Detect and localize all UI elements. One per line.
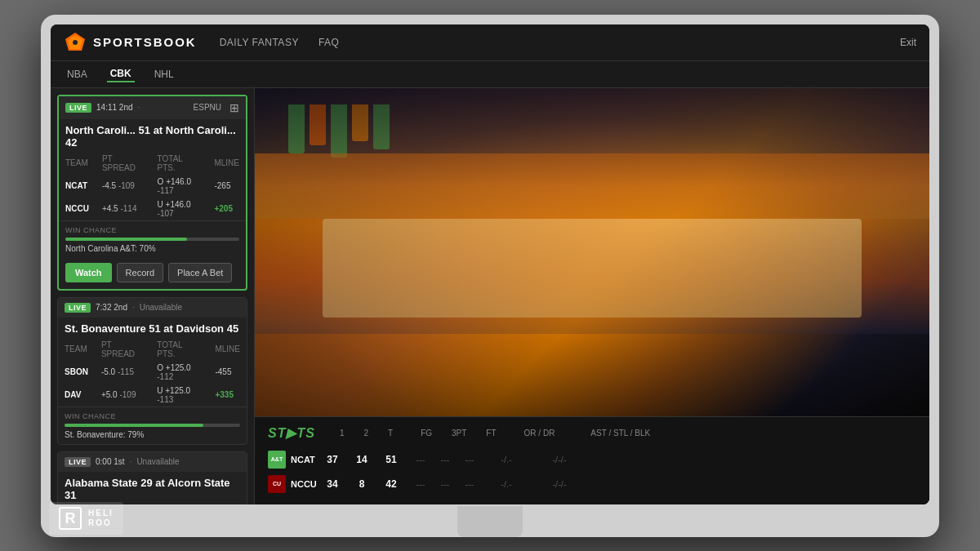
nccu-team-name: NCCU — [291, 479, 323, 489]
game2-time: 7:32 2nd — [96, 303, 127, 312]
record-button[interactable]: Record — [117, 263, 163, 282]
col-team: TEAM — [59, 152, 96, 175]
crowd-overlay — [255, 88, 929, 416]
game3-live-badge: LIVE — [65, 457, 91, 467]
game2-team2-name: DAV — [58, 384, 95, 407]
watermark: R HELIROO — [49, 502, 123, 535]
table-row: SBON -5.0 -115 O +125.0 -112 -455 — [58, 361, 247, 384]
game1-icon: ⊞ — [229, 101, 239, 114]
game2-team2-mline: +335 — [208, 384, 247, 407]
stats-overlay: ST▶TS 1 2 T FG 3PT FT OR / DR AST / STL … — [255, 416, 929, 504]
content-area: ST▶TS 1 2 T FG 3PT FT OR / DR AST / STL … — [255, 88, 929, 504]
ncat-total: 51 — [382, 454, 400, 465]
svg-point-2 — [73, 40, 78, 45]
game1-team2-spread: +4.5 -114 — [96, 198, 151, 220]
game2-team1-name: SBON — [58, 361, 95, 384]
header: SPORTSBOOK DAILY FANTASY FAQ Exit — [51, 24, 929, 61]
stats-row-nccu: CU NCCU 34 8 42 --- --- --- -/.- -/-/- — [268, 472, 916, 496]
stats-col-2: 2 — [363, 429, 368, 438]
game1-title: North Caroli... 51 at North Caroli... 42 — [59, 119, 246, 152]
ncat-ft: --- — [457, 455, 482, 464]
game1-actions: Watch Record Place A Bet — [59, 258, 246, 289]
ncat-ordr: -/.- — [490, 455, 523, 464]
game1-time: 14:11 2nd — [96, 103, 133, 112]
game1-team1-total: O +146.0 -117 — [151, 175, 208, 198]
col-spread: PT SPREAD — [96, 152, 151, 175]
stats-col-ft: FT — [486, 429, 496, 438]
stats-column-headers: 1 2 T FG 3PT FT OR / DR AST / STL / BLK — [340, 429, 650, 438]
ncat-3pt: --- — [433, 455, 457, 464]
game2-progress-fill — [65, 424, 203, 427]
sub-nav-cbk[interactable]: CBK — [107, 66, 135, 82]
nccu-score2: 8 — [353, 478, 371, 490]
game3-header: LIVE 0:00 1st · Unavailable — [58, 452, 247, 472]
arena-background — [255, 88, 929, 416]
game2-sep: · — [132, 303, 135, 312]
stats-col-ordr: OR / DR — [524, 429, 555, 438]
stats-col-t: T — [388, 429, 393, 438]
game1-team1-spread: -4.5 -109 — [96, 175, 151, 198]
sub-nav: NBA CBK NHL — [51, 61, 929, 88]
game3-time: 0:00 1st — [96, 457, 125, 466]
game3-title: Alabama State 29 at Alcorn State 31 — [58, 472, 247, 504]
game1-team2-total: U +146.0 -107 — [151, 198, 208, 220]
g2-col-total: TOTAL PTS. — [150, 338, 208, 361]
game1-win-chance-label: WIN CHANCE — [65, 226, 239, 234]
watch-button[interactable]: Watch — [65, 263, 112, 282]
game2-title: St. Bonaventure 51 at Davidson 45 — [58, 318, 247, 338]
nccu-total: 42 — [382, 478, 400, 490]
game2-team1-total: O +125.0 -112 — [150, 361, 208, 384]
nccu-ordr: -/.- — [490, 479, 523, 489]
game1-team1-name: NCAT — [59, 175, 96, 198]
game2-live-badge: LIVE — [65, 303, 91, 313]
table-row: DAV +5.0 -109 U +125.0 -113 +335 — [58, 384, 247, 407]
nav-daily-fantasy[interactable]: DAILY FANTASY — [220, 37, 299, 48]
watermark-letter: R — [59, 507, 82, 530]
ncat-ast: -/-/- — [539, 455, 580, 464]
game3-sep: · — [130, 457, 132, 466]
ncat-fg: --- — [408, 455, 433, 464]
nccu-logo: CU — [268, 475, 286, 493]
place-bet-button[interactable]: Place A Bet — [168, 263, 232, 282]
game1-header: LIVE 14:11 2nd · ESPNU ⊞ — [59, 96, 246, 119]
game1-separator: · — [138, 103, 140, 112]
stats-header: ST▶TS 1 2 T FG 3PT FT OR / DR AST / STL … — [268, 425, 916, 441]
sub-nav-nba[interactable]: NBA — [64, 67, 91, 82]
sub-nav-nhl[interactable]: NHL — [151, 67, 177, 82]
monitor-stand — [457, 506, 523, 537]
game2-team2-spread: +5.0 -109 — [95, 384, 150, 407]
game2-progress-bg — [65, 424, 240, 427]
ncat-logo: A&T — [268, 451, 286, 469]
game1-odds-table: TEAM PT SPREAD TOTAL PTS. MLINE NCAT -4.… — [59, 152, 246, 220]
logo-crown-icon — [64, 31, 87, 54]
game2-header: LIVE 7:32 2nd · Unavailable — [58, 298, 247, 318]
stats-col-fg: FG — [421, 429, 432, 438]
ncat-score2: 14 — [353, 454, 371, 465]
game2-status: Unavailable — [140, 303, 182, 312]
game1-network: ESPNU — [194, 103, 221, 112]
logo-area: SPORTSBOOK — [64, 31, 197, 54]
nccu-fg: --- — [408, 479, 433, 489]
game1-team2-name: NCCU — [59, 198, 96, 220]
game-card-2: LIVE 7:32 2nd · Unavailable St. Bonavent… — [57, 297, 247, 445]
stats-brand: ST▶TS — [268, 425, 315, 441]
main-layout: LIVE 14:11 2nd · ESPNU ⊞ North Caroli...… — [51, 88, 929, 504]
watermark-text: HELIROO — [88, 509, 114, 528]
screen-content: SPORTSBOOK DAILY FANTASY FAQ Exit NBA CB… — [51, 24, 929, 504]
nav-faq[interactable]: FAQ — [318, 37, 340, 48]
nccu-ft: --- — [457, 479, 482, 489]
sidebar: LIVE 14:11 2nd · ESPNU ⊞ North Caroli...… — [51, 88, 255, 504]
g2-col-mline: MLINE — [208, 338, 247, 361]
nccu-3pt: --- — [433, 479, 457, 489]
game2-team1-mline: -455 — [208, 361, 247, 384]
ncat-team-name: NCAT — [291, 455, 323, 464]
game-card-3: LIVE 0:00 1st · Unavailable Alabama Stat… — [57, 451, 247, 504]
game2-win-chance-label: WIN CHANCE — [65, 412, 240, 420]
game-card-1: LIVE 14:11 2nd · ESPNU ⊞ North Caroli...… — [57, 95, 247, 291]
exit-button[interactable]: Exit — [900, 37, 916, 48]
game1-win-chance-text: North Carolina A&T: 70% — [65, 244, 239, 253]
game1-live-badge: LIVE — [65, 103, 91, 113]
ncat-score1: 37 — [323, 454, 341, 465]
stats-col-1: 1 — [340, 429, 345, 438]
game2-team2-total: U +125.0 -113 — [150, 384, 208, 407]
